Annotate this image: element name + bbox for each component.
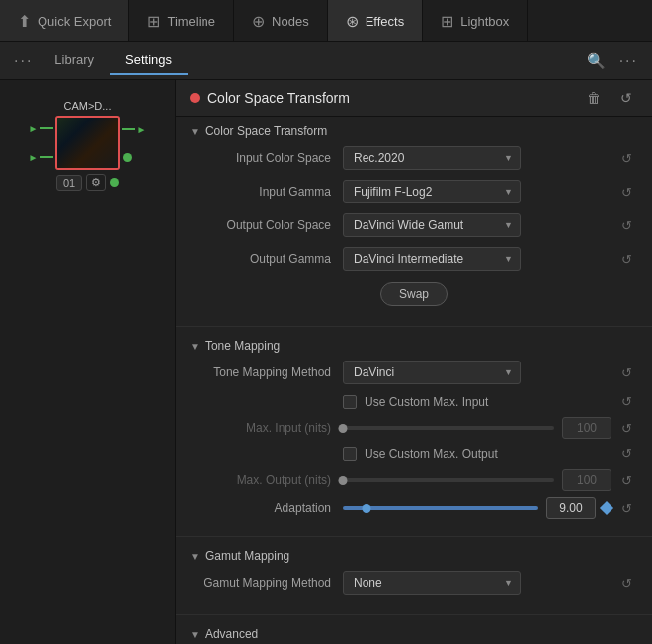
max-input-nits-label: Max. Input (nits) <box>190 421 343 435</box>
input-color-space-select[interactable]: Rec.2020 <box>343 146 521 170</box>
tone-mapping-method-select-wrapper: DaVinci <box>343 361 521 384</box>
output-gamma-select[interactable]: DaVinci Intermediate <box>343 247 521 271</box>
output-color-space-control: DaVinci Wide Gamut <box>343 213 611 237</box>
cst-label: Color Space Transform <box>205 124 327 138</box>
top-nav: ⬆ Quick Export ⊞ Timeline ⊕ Nodes ⊛ Effe… <box>0 0 652 42</box>
quick-export-label: Quick Export <box>38 14 111 29</box>
left-arrow-top: ► <box>29 123 39 134</box>
use-custom-max-output-checkbox[interactable] <box>343 447 357 461</box>
delete-button[interactable]: 🗑 <box>581 88 607 108</box>
nav-nodes[interactable]: ⊕ Nodes <box>234 0 328 41</box>
adaptation-value[interactable]: 9.00 <box>546 497 596 519</box>
input-color-space-row: Input Color Space Rec.2020 ↺ <box>190 144 638 172</box>
input-color-space-label: Input Color Space <box>190 151 343 165</box>
nodes-label: Nodes <box>272 14 309 29</box>
color-space-transform-section: ▼ Color Space Transform Input Color Spac… <box>176 117 652 322</box>
divider-2 <box>176 536 652 537</box>
tone-mapping-header[interactable]: ▼ Tone Mapping <box>190 331 638 359</box>
max-input-nits-reset[interactable]: ↺ <box>615 419 638 438</box>
node-thumbnail[interactable] <box>55 116 119 170</box>
toolbar-dots-right[interactable]: ··· <box>613 52 644 70</box>
node-bottom-row: 01 ⚙ <box>56 174 119 191</box>
cst-section-header[interactable]: ▼ Color Space Transform <box>190 117 638 144</box>
adaptation-keyframe-btn[interactable] <box>600 501 613 515</box>
output-gamma-row: Output Gamma DaVinci Intermediate ↺ <box>190 245 638 273</box>
tone-mapping-method-reset[interactable]: ↺ <box>615 363 638 382</box>
tone-mapping-method-control: DaVinci <box>343 361 611 384</box>
tab-library[interactable]: Library <box>39 46 110 75</box>
tone-mapping-label: Tone Mapping <box>205 339 280 353</box>
output-gamma-control: DaVinci Intermediate <box>343 247 611 271</box>
gamut-mapping-header[interactable]: ▼ Gamut Mapping <box>190 541 638 569</box>
gamut-mapping-method-reset[interactable]: ↺ <box>615 574 638 593</box>
node-settings-btn[interactable]: ⚙ <box>86 174 106 191</box>
swap-row: Swap <box>190 279 638 314</box>
max-output-nits-track[interactable] <box>343 478 554 482</box>
settings-title: Color Space Transform <box>207 90 573 106</box>
quick-export-icon: ⬆ <box>18 12 31 31</box>
max-input-nits-track[interactable] <box>343 426 554 430</box>
tone-mapping-method-select[interactable]: DaVinci <box>343 361 521 384</box>
use-custom-max-output-reset[interactable]: ↺ <box>615 444 638 463</box>
input-gamma-row: Input Gamma Fujifilm F-Log2 ↺ <box>190 178 638 205</box>
output-color-space-select[interactable]: DaVinci Wide Gamut <box>343 213 521 237</box>
max-input-nits-control: 100 <box>343 417 611 439</box>
nav-timeline[interactable]: ⊞ Timeline <box>129 0 234 41</box>
adaptation-reset[interactable]: ↺ <box>615 499 638 518</box>
input-gamma-select[interactable]: Fujifilm F-Log2 <box>343 180 521 203</box>
gamut-mapping-section: ▼ Gamut Mapping Gamut Mapping Method Non… <box>176 541 652 610</box>
node-card: CAM>D... ► ► <box>29 100 147 191</box>
toolbar: ··· Library Settings 🔍 ··· <box>0 42 652 80</box>
output-gamma-label: Output Gamma <box>190 252 343 266</box>
advanced-label: Advanced <box>205 627 258 641</box>
tab-settings[interactable]: Settings <box>110 46 188 75</box>
nav-lightbox[interactable]: ⊞ Lightbox <box>423 0 528 41</box>
use-custom-max-output-label: Use Custom Max. Output <box>365 447 498 461</box>
input-gamma-reset[interactable]: ↺ <box>615 183 638 201</box>
cst-chevron: ▼ <box>190 126 200 137</box>
toolbar-dots-left[interactable]: ··· <box>8 52 39 70</box>
right-panel[interactable]: Color Space Transform 🗑 ↺ ▼ Color Space … <box>176 80 652 644</box>
effects-icon: ⊛ <box>346 12 359 31</box>
gamut-mapping-label: Gamut Mapping <box>205 549 289 563</box>
gamut-mapping-method-select[interactable]: None <box>343 571 521 595</box>
input-gamma-select-wrapper: Fujifilm F-Log2 <box>343 180 521 203</box>
node-thumbnail-inner <box>57 118 117 168</box>
max-output-nits-label: Max. Output (nits) <box>190 473 343 487</box>
output-gamma-reset[interactable]: ↺ <box>615 250 638 269</box>
swap-button[interactable]: Swap <box>380 282 448 306</box>
max-input-nits-thumb[interactable] <box>339 424 348 433</box>
use-custom-max-output-row: Use Custom Max. Output ↺ <box>190 444 638 463</box>
advanced-header[interactable]: ▼ Advanced <box>190 619 638 644</box>
search-button[interactable]: 🔍 <box>579 48 613 74</box>
adaptation-control: 9.00 <box>343 497 611 519</box>
nav-quick-export[interactable]: ⬆ Quick Export <box>0 0 129 41</box>
output-color-space-row: Output Color Space DaVinci Wide Gamut ↺ <box>190 211 638 239</box>
max-input-nits-row: Max. Input (nits) 100 ↺ <box>190 417 638 439</box>
input-gamma-label: Input Gamma <box>190 185 343 199</box>
timeline-label: Timeline <box>167 14 215 29</box>
adaptation-thumb[interactable] <box>362 504 370 513</box>
gamut-mapping-method-control: None <box>343 571 611 595</box>
right-arrow-top: ► <box>137 124 147 135</box>
adaptation-track[interactable] <box>343 506 538 510</box>
use-custom-max-input-checkbox[interactable] <box>343 395 357 409</box>
output-gamma-select-wrapper: DaVinci Intermediate <box>343 247 521 271</box>
main-layout: CAM>D... ► ► <box>0 80 652 644</box>
green-dot-connector <box>123 153 132 162</box>
output-color-space-reset[interactable]: ↺ <box>615 216 638 235</box>
input-color-space-reset[interactable]: ↺ <box>615 149 638 168</box>
max-output-nits-thumb[interactable] <box>339 476 348 485</box>
left-arrow-bottom: ► <box>29 152 39 163</box>
use-custom-max-input-reset[interactable]: ↺ <box>615 392 638 411</box>
adaptation-row: Adaptation 9.00 ↺ <box>190 497 638 519</box>
max-output-nits-reset[interactable]: ↺ <box>615 471 638 490</box>
nav-effects[interactable]: ⊛ Effects <box>328 0 424 41</box>
tone-mapping-section: ▼ Tone Mapping Tone Mapping Method DaVin… <box>176 331 652 532</box>
advanced-chevron: ▼ <box>190 629 200 640</box>
node-status-dot <box>110 178 119 187</box>
timeline-icon: ⊞ <box>147 12 160 31</box>
node-row-wrapper: ► ► ► <box>29 116 147 170</box>
reset-button[interactable]: ↺ <box>614 88 638 108</box>
lightbox-label: Lightbox <box>460 14 509 29</box>
